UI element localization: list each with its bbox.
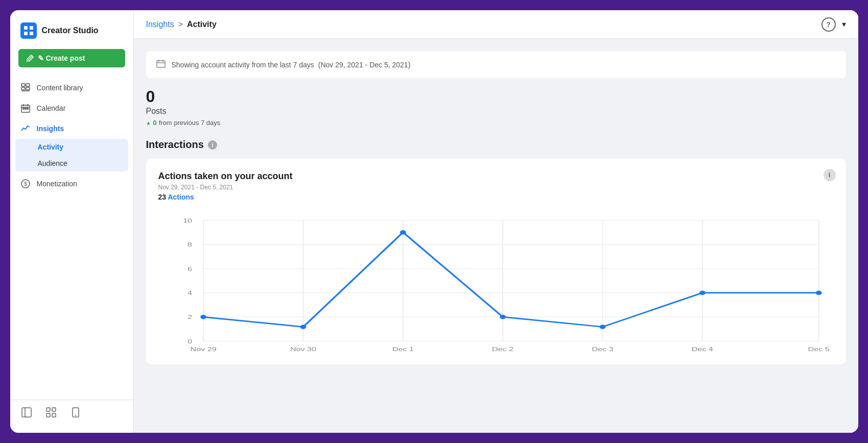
svg-rect-20 [46,408,50,411]
svg-rect-14 [25,108,26,109]
app-logo [20,22,37,39]
svg-rect-5 [26,84,30,86]
posts-count: 0 [146,88,846,105]
svg-rect-26 [157,61,165,67]
calendar-icon [20,103,31,113]
svg-rect-0 [24,26,28,30]
sidebar-footer [10,400,133,425]
svg-point-57 [300,325,306,329]
svg-rect-13 [23,108,24,109]
sidebar-item-content-library[interactable]: Content library [10,78,133,98]
svg-text:Dec 3: Dec 3 [592,346,613,352]
svg-text:6: 6 [187,265,192,272]
sidebar-item-audience[interactable]: Audience [15,155,128,171]
svg-text:4: 4 [187,289,192,296]
svg-text:2: 2 [187,314,192,321]
topbar-right: ? ▾ [822,17,846,32]
svg-point-60 [599,325,605,329]
content-library-icon [20,83,31,93]
panel-view-icon[interactable] [20,406,33,419]
info-banner: Showing account activity from the last 7… [146,51,846,78]
posts-change: ▲ 0 from previous 7 days [146,119,846,127]
stats-section: 0 Posts ▲ 0 from previous 7 days [146,88,846,127]
arrow-up-icon: ▲ [146,120,151,126]
svg-point-56 [200,315,206,319]
calendar-small-icon [156,59,166,70]
svg-point-58 [400,230,406,235]
insights-icon [20,124,31,134]
svg-rect-21 [52,408,56,411]
breadcrumb: Insights > Activity [146,20,217,29]
svg-text:8: 8 [187,241,192,248]
monetization-icon: $ [20,179,31,189]
grid-view-icon[interactable] [45,406,57,419]
sidebar: Creator Studio ✎ Create post Content lib… [10,10,134,433]
svg-text:Dec 5: Dec 5 [808,346,829,352]
svg-text:Nov 30: Nov 30 [290,346,316,352]
main-content: Insights > Activity ? ▾ [134,10,858,433]
monetization-label: Monetization [37,180,77,188]
svg-text:Nov 29: Nov 29 [190,346,216,352]
svg-rect-22 [46,413,50,417]
chart-title: Actions taken on your account [158,171,834,182]
svg-rect-23 [52,413,56,417]
interactions-info-icon[interactable]: i [208,140,217,150]
page-body: Showing account activity from the last 7… [134,39,858,433]
svg-point-61 [699,290,706,295]
svg-text:Dec 1: Dec 1 [392,346,413,352]
svg-text:10: 10 [183,217,192,224]
svg-rect-7 [26,87,30,90]
breadcrumb-activity: Activity [187,20,217,29]
interactions-title: Interactions i [146,139,846,151]
breadcrumb-insights[interactable]: Insights [146,20,174,29]
content-library-label: Content library [37,84,83,92]
svg-text:Dec 4: Dec 4 [691,346,713,352]
dropdown-button[interactable]: ▾ [842,19,846,29]
svg-text:$: $ [24,181,27,187]
svg-rect-3 [30,32,33,35]
insights-subnav: Activity Audience [15,139,128,171]
chart-container: 10 8 6 4 2 0 Nov 29 Nov 30 Dec 1 Dec 2 D… [158,209,834,352]
chart-card: Actions taken on your account Nov 29, 20… [146,159,846,364]
device-view-icon[interactable] [69,406,82,419]
app-title: Creator Studio [42,26,99,35]
chart-info-button[interactable]: i [824,169,836,181]
posts-label: Posts [146,107,846,116]
sidebar-item-monetization[interactable]: $ Monetization [10,174,133,194]
total-label: Actions [168,193,194,201]
insights-label: Insights [37,125,64,133]
sidebar-item-activity[interactable]: Activity [15,139,128,155]
chart-svg: 10 8 6 4 2 0 Nov 29 Nov 30 Dec 1 Dec 2 D… [158,209,834,352]
svg-rect-2 [24,32,28,35]
svg-rect-4 [21,84,25,86]
sidebar-header: Creator Studio [10,18,133,49]
svg-rect-15 [27,108,28,109]
svg-point-59 [500,315,506,319]
svg-rect-18 [22,408,31,417]
total-num: 23 [158,193,167,201]
info-banner-text: Showing account activity from the last 7… [172,61,411,69]
sidebar-item-insights[interactable]: Insights [10,118,133,139]
svg-text:Dec 2: Dec 2 [492,346,513,352]
svg-rect-6 [21,87,25,90]
breadcrumb-separator: > [178,20,183,29]
svg-rect-1 [30,26,33,30]
chart-date-range: Nov 29, 2021 - Dec 5, 2021 [158,184,834,191]
create-post-button[interactable]: ✎ Create post [18,49,125,67]
sidebar-item-calendar[interactable]: Calendar [10,98,133,118]
calendar-label: Calendar [37,104,66,112]
topbar: Insights > Activity ? ▾ [134,10,858,39]
chart-total: 23 Actions [158,193,834,201]
svg-point-62 [815,290,822,295]
help-button[interactable]: ? [822,17,836,32]
svg-text:0: 0 [187,338,192,344]
